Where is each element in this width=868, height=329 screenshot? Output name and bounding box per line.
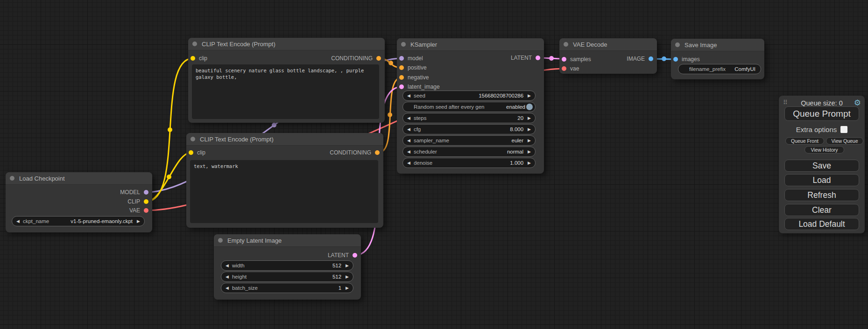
decrement-arrow-icon[interactable]: ◀ <box>407 150 410 154</box>
clear-button[interactable]: Clear <box>784 204 859 216</box>
decrement-arrow-icon[interactable]: ◀ <box>407 94 410 98</box>
input-label: negative <box>408 74 429 81</box>
save-button[interactable]: Save <box>784 160 859 172</box>
widget-width[interactable]: ◀ width 512 ▶ <box>221 260 353 271</box>
decrement-arrow-icon[interactable]: ◀ <box>407 161 410 165</box>
input-slot-clip[interactable] <box>191 56 195 61</box>
queue-prompt-button[interactable]: Queue Prompt <box>784 106 859 121</box>
node-title-bar[interactable]: KSampler <box>397 38 544 51</box>
widget-ckpt-name[interactable]: ◀ ckpt_name v1-5-pruned-emaonly.ckpt ▶ <box>12 216 145 226</box>
output-slot-latent[interactable] <box>353 253 357 258</box>
output-slot-conditioning[interactable] <box>376 56 381 61</box>
load-default-button[interactable]: Load Default <box>784 218 859 230</box>
widget-label: width <box>232 263 245 268</box>
increment-arrow-icon[interactable]: ▶ <box>346 264 349 268</box>
input-slot-samples[interactable] <box>562 57 566 62</box>
widget-seed[interactable]: ◀ seed 156680208700286 ▶ <box>402 91 536 101</box>
drag-handle-icon[interactable]: ⠿ <box>783 99 787 106</box>
output-slot-conditioning[interactable] <box>375 150 380 155</box>
output-slot-model[interactable] <box>144 190 148 195</box>
input-slot-latent-image[interactable] <box>399 84 404 89</box>
widget-label: scheduler <box>414 149 437 154</box>
node-title-bar[interactable]: Save Image <box>671 39 764 51</box>
node-save-image[interactable]: Save Image images filename_prefix ComfyU… <box>671 39 764 79</box>
node-title-bar[interactable]: VAE Decode <box>559 38 657 51</box>
node-title: Save Image <box>685 42 717 49</box>
input-slot-model[interactable] <box>399 56 404 61</box>
view-queue-button[interactable]: View Queue <box>826 137 863 145</box>
extra-options-checkbox[interactable] <box>840 126 847 133</box>
increment-arrow-icon[interactable]: ▶ <box>528 161 531 165</box>
toggle-circle-icon[interactable] <box>526 104 533 110</box>
widget-value: 512 <box>332 274 341 280</box>
decrement-arrow-icon[interactable]: ◀ <box>407 116 410 120</box>
collapse-dot-icon[interactable] <box>401 42 406 47</box>
increment-arrow-icon[interactable]: ▶ <box>528 127 531 132</box>
queue-front-button[interactable]: Queue Front <box>785 137 824 145</box>
node-clip-text-encode-negative[interactable]: CLIP Text Encode (Prompt) clip CONDITION… <box>186 133 383 228</box>
prompt-textarea[interactable]: text, watermark <box>190 160 378 223</box>
widget-height[interactable]: ◀ height 512 ▶ <box>221 272 353 282</box>
input-label: clip <box>199 55 207 62</box>
node-title-bar[interactable]: CLIP Text Encode (Prompt) <box>188 38 385 50</box>
output-slot-clip[interactable] <box>144 199 148 204</box>
load-button[interactable]: Load <box>784 174 859 186</box>
widget-label: batch_size <box>232 285 258 291</box>
increment-arrow-icon[interactable]: ▶ <box>137 219 140 224</box>
node-title-bar[interactable]: Load Checkpoint <box>6 172 152 185</box>
increment-arrow-icon[interactable]: ▶ <box>528 116 531 120</box>
widget-batch-size[interactable]: ◀ batch_size 1 ▶ <box>221 283 353 293</box>
node-load-checkpoint[interactable]: Load Checkpoint MODEL CLIP VAE ◀ ckpt_na… <box>6 172 152 232</box>
prompt-textarea[interactable]: beautiful scenery nature glass bottle la… <box>192 64 379 119</box>
output-slot-latent[interactable] <box>536 56 540 60</box>
node-title: Load Checkpoint <box>19 175 65 182</box>
output-slot-image[interactable] <box>649 56 653 61</box>
node-ksampler[interactable]: KSampler model positive negative latent_… <box>397 38 544 174</box>
widget-cfg[interactable]: ◀ cfg 8.000 ▶ <box>402 124 536 134</box>
collapse-dot-icon[interactable] <box>564 42 568 47</box>
input-slot-clip[interactable] <box>189 150 193 155</box>
increment-arrow-icon[interactable]: ▶ <box>528 94 531 98</box>
decrement-arrow-icon[interactable]: ◀ <box>226 275 229 279</box>
collapse-dot-icon[interactable] <box>218 238 223 243</box>
decrement-arrow-icon[interactable]: ◀ <box>407 139 410 143</box>
decrement-arrow-icon[interactable]: ◀ <box>226 286 229 290</box>
increment-arrow-icon[interactable]: ▶ <box>528 150 531 154</box>
collapse-dot-icon[interactable] <box>10 176 14 181</box>
widget-random-seed-toggle[interactable]: Random seed after every gen enabled <box>402 102 536 112</box>
node-title-bar[interactable]: CLIP Text Encode (Prompt) <box>186 133 383 146</box>
widget-scheduler[interactable]: ◀ scheduler normal ▶ <box>402 147 536 157</box>
increment-arrow-icon[interactable]: ▶ <box>346 286 349 290</box>
widget-label: seed <box>414 93 425 98</box>
input-slot-positive[interactable] <box>399 65 404 70</box>
extra-options-label: Extra options <box>796 126 837 133</box>
increment-arrow-icon[interactable]: ▶ <box>346 275 349 279</box>
decrement-arrow-icon[interactable]: ◀ <box>16 219 20 224</box>
refresh-button[interactable]: Refresh <box>784 189 859 201</box>
decrement-arrow-icon[interactable]: ◀ <box>407 127 410 132</box>
view-history-button[interactable]: View History <box>804 146 844 154</box>
widget-denoise[interactable]: ◀ denoise 1.000 ▶ <box>402 158 536 168</box>
input-slot-negative[interactable] <box>399 75 404 80</box>
input-slot-vae[interactable] <box>562 66 566 71</box>
input-slot-images[interactable] <box>673 57 678 62</box>
node-title-bar[interactable]: Empty Latent Image <box>214 234 361 247</box>
widget-value: ComfyUI <box>734 66 755 72</box>
queue-panel: ⠿ Queue size: 0 ⚙ Queue Prompt Extra opt… <box>779 96 865 233</box>
widget-label: height <box>232 274 247 280</box>
output-label: CONDITIONING <box>331 55 373 62</box>
collapse-dot-icon[interactable] <box>191 137 195 141</box>
node-clip-text-encode-positive[interactable]: CLIP Text Encode (Prompt) clip CONDITION… <box>188 38 385 123</box>
widget-label: steps <box>414 115 427 121</box>
widget-sampler-name[interactable]: ◀ sampler_name euler ▶ <box>402 135 536 146</box>
decrement-arrow-icon[interactable]: ◀ <box>226 264 229 268</box>
collapse-dot-icon[interactable] <box>192 42 197 46</box>
widget-value: 1.000 <box>510 160 523 166</box>
widget-steps[interactable]: ◀ steps 20 ▶ <box>402 113 536 123</box>
collapse-dot-icon[interactable] <box>675 42 680 47</box>
node-empty-latent-image[interactable]: Empty Latent Image LATENT ◀ width 512 ▶ … <box>214 234 361 300</box>
node-vae-decode[interactable]: VAE Decode samples vae IMAGE <box>559 38 657 74</box>
output-slot-vae[interactable] <box>144 208 148 213</box>
increment-arrow-icon[interactable]: ▶ <box>528 139 531 143</box>
widget-filename-prefix[interactable]: filename_prefix ComfyUI <box>678 64 761 74</box>
